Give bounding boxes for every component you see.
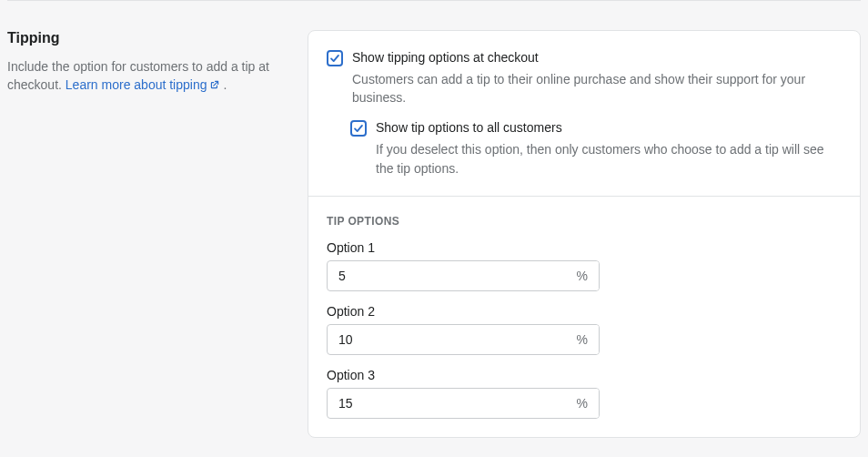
show-all-row: Show tip options to all customers If you… [350, 119, 842, 177]
tip-option-2-input[interactable] [328, 325, 566, 354]
learn-more-link-text: Learn more about tipping [66, 77, 207, 92]
show-tipping-checkbox[interactable] [327, 50, 343, 66]
tip-option-2-input-wrap: % [327, 324, 600, 355]
tip-option-3-input-wrap: % [327, 388, 600, 419]
tip-option-1-label: Option 1 [327, 240, 842, 255]
show-all-checkbox[interactable] [350, 120, 367, 137]
section-description-panel: Tipping Include the option for customers… [7, 30, 289, 438]
external-link-icon [209, 76, 220, 95]
tip-option-1-suffix: % [566, 261, 599, 290]
show-all-label: Show tip options to all customers [376, 119, 842, 137]
show-tipping-text: Show tipping options at checkout Custome… [352, 49, 842, 107]
tip-option-1-input-wrap: % [327, 260, 600, 291]
tip-option-2-label: Option 2 [327, 304, 842, 319]
show-tipping-row: Show tipping options at checkout Custome… [327, 49, 842, 107]
section-description: Include the option for customers to add … [7, 57, 289, 96]
tipping-section: Tipping Include the option for customers… [0, 1, 868, 457]
learn-more-link[interactable]: Learn more about tipping [66, 77, 220, 92]
tip-option-3-field: Option 3 % [327, 368, 842, 419]
tip-option-3-input[interactable] [328, 389, 566, 418]
section-description-suffix: . [220, 77, 227, 92]
tip-option-3-label: Option 3 [327, 368, 842, 382]
tip-option-2-field: Option 2 % [327, 304, 842, 355]
show-tipping-help: Customers can add a tip to their online … [352, 70, 842, 107]
section-title: Tipping [7, 30, 289, 46]
show-all-text: Show tip options to all customers If you… [376, 119, 842, 177]
tip-options-heading: TIP OPTIONS [327, 215, 842, 228]
tip-option-1-input[interactable] [328, 261, 566, 290]
show-all-help: If you deselect this option, then only c… [376, 140, 842, 178]
tip-option-1-field: Option 1 % [327, 240, 842, 291]
show-tipping-label: Show tipping options at checkout [352, 49, 842, 66]
tip-options-section: TIP OPTIONS Option 1 % Option 2 % [308, 196, 860, 437]
tipping-card: Show tipping options at checkout Custome… [308, 30, 861, 438]
tip-option-3-suffix: % [566, 389, 599, 418]
tip-option-2-suffix: % [566, 325, 599, 354]
checkbox-section: Show tipping options at checkout Custome… [308, 31, 860, 196]
